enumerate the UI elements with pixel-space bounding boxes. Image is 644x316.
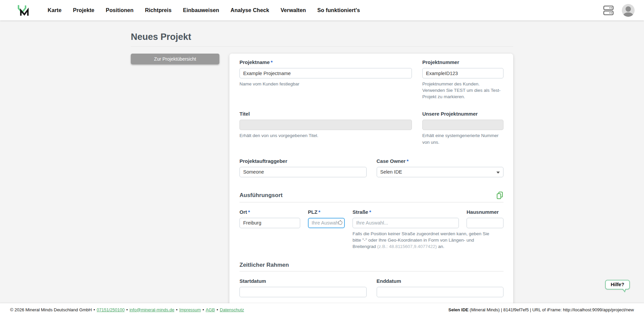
unsere-projektnummer-helper-text: Erhält eine systemgenerierte Nummer von …	[422, 132, 503, 145]
nav-item-positionen[interactable]: Positionen	[101, 4, 138, 17]
zur-projektuebersicht-button[interactable]: Zur Projektübersicht	[131, 54, 219, 64]
ausfuehrungsort-section-header: Ausführungsort	[239, 191, 503, 202]
startdatum-field-group: Startdatum	[239, 278, 367, 297]
enddatum-label: Enddatum	[377, 278, 504, 284]
projektnummer-label: Projektnummer	[422, 59, 503, 65]
hilfe-button[interactable]: Hilfe?	[605, 280, 630, 290]
case-owner-select[interactable]: Selen IDE	[377, 167, 504, 177]
server-status-icon[interactable]	[602, 5, 614, 16]
nav-item-karte[interactable]: Karte	[43, 4, 66, 17]
page-title: Neues Projekt	[131, 32, 513, 47]
titel-field-group: Titel Erhält den von uns vorgegebenen Ti…	[239, 111, 412, 145]
projektnummer-input[interactable]	[422, 68, 503, 78]
enddatum-field-group: Enddatum	[377, 278, 504, 297]
projektauftraggeber-input[interactable]	[239, 167, 367, 177]
copy-icon	[496, 191, 503, 199]
chevron-down-icon	[496, 172, 500, 174]
nav-item-so-funktionierts[interactable]: So funktioniert's	[313, 4, 364, 17]
ort-label: Ort*	[239, 209, 300, 215]
plz-label: PLZ*	[308, 209, 345, 215]
footer-link-email[interactable]: info@mineral-minds.de	[129, 307, 174, 312]
mineral-minds-logo-icon[interactable]	[16, 3, 31, 17]
plz-field-group: PLZ*	[308, 209, 345, 228]
case-owner-selected-value: Selen IDE	[380, 169, 402, 175]
nav-item-projekte[interactable]: Projekte	[68, 4, 99, 17]
avatar-person-icon	[626, 6, 631, 12]
titel-label: Titel	[239, 111, 412, 117]
required-asterisk: *	[318, 209, 320, 215]
unsere-projektnummer-label: Unsere Projektnummer	[422, 111, 503, 117]
required-asterisk: *	[369, 209, 371, 215]
case-owner-field-group: Case Owner* Selen IDE	[377, 158, 504, 177]
strasse-label: Straße*	[353, 209, 459, 215]
startdatum-label: Startdatum	[239, 278, 367, 284]
user-avatar[interactable]	[622, 4, 635, 17]
footer-bar: © 2026 Mineral Minds Deutschland GmbH • …	[0, 303, 644, 316]
titel-helper-text: Erhält den von uns vorgegebenen Titel.	[239, 132, 412, 139]
startdatum-input[interactable]	[239, 287, 367, 297]
plz-input-focused[interactable]	[308, 218, 345, 228]
enddatum-input[interactable]	[377, 287, 504, 297]
footer-link-phone[interactable]: 07151/250100	[97, 307, 124, 312]
projektname-helper-text: Name vom Kunden festlegbar	[239, 81, 412, 87]
ausfuehrungsort-section-title: Ausführungsort	[239, 192, 282, 199]
projektname-input[interactable]	[239, 68, 412, 78]
nav-item-einbauweisen[interactable]: Einbauweisen	[178, 4, 223, 17]
hausnummer-input[interactable]	[467, 218, 503, 228]
required-asterisk: *	[407, 158, 409, 164]
case-owner-label: Case Owner*	[377, 158, 504, 164]
footer-copyright: © 2026 Mineral Minds Deutschland GmbH	[10, 307, 92, 312]
footer-user-name: Selen IDE	[448, 307, 469, 312]
titel-input-disabled	[239, 120, 412, 130]
footer-link-agb[interactable]: AGB	[206, 307, 215, 312]
projektname-label: Projektname*	[239, 59, 412, 65]
zeitlicher-rahmen-section-header: Zeitlicher Rahmen	[239, 262, 503, 271]
projektnummer-field-group: Projektnummer Projektnummer des Kunden. …	[422, 59, 503, 100]
footer-link-datenschutz[interactable]: Datenschutz	[220, 307, 244, 312]
copy-address-button[interactable]	[496, 191, 503, 199]
main-nav: Karte Projekte Positionen Richtpreis Ein…	[43, 4, 364, 17]
projektname-field-group: Projektname* Name vom Kunden festlegbar	[239, 59, 412, 100]
unsere-projektnummer-field-group: Unsere Projektnummer Erhält eine systemg…	[422, 111, 503, 145]
zeitlicher-rahmen-section-title: Zeitlicher Rahmen	[239, 262, 289, 268]
ort-input[interactable]	[239, 218, 300, 228]
top-navigation-bar: Karte Projekte Positionen Richtpreis Ein…	[0, 0, 644, 20]
unsere-projektnummer-input-disabled	[422, 120, 503, 130]
ort-field-group: Ort*	[239, 209, 300, 228]
hausnummer-field-group: Hausnummer	[467, 209, 503, 228]
footer-link-impressum[interactable]: Impressum	[179, 307, 201, 312]
required-asterisk: *	[248, 209, 250, 215]
nav-item-analyse-check[interactable]: Analyse Check	[226, 4, 273, 17]
strasse-field-group: Straße*	[353, 209, 459, 228]
projektauftraggeber-field-group: Projektauftraggeber	[239, 158, 367, 177]
footer-session-details: (Mineral Minds) | 8141f9ef7ef5 | URL of …	[469, 307, 634, 312]
strasse-input[interactable]	[353, 218, 459, 228]
footer-session-info: Selen IDE (Mineral Minds) | 8141f9ef7ef5…	[448, 307, 634, 312]
projektnummer-helper-text: Projektnummer des Kunden. Verwenden Sie …	[422, 81, 503, 100]
new-project-form-card: Projektname* Name vom Kunden festlegbar …	[229, 54, 513, 303]
strasse-helper-text: Falls die Position keiner Straße zugeord…	[353, 231, 493, 250]
hausnummer-label: Hausnummer	[467, 209, 503, 215]
footer-left: © 2026 Mineral Minds Deutschland GmbH • …	[10, 307, 244, 312]
main-content: Neues Projekt Zur Projektübersicht Proje…	[0, 20, 644, 303]
required-asterisk: *	[271, 59, 273, 65]
nav-item-richtpreis[interactable]: Richtpreis	[141, 4, 176, 17]
projektauftraggeber-label: Projektauftraggeber	[239, 158, 367, 164]
nav-item-verwalten[interactable]: Verwalten	[276, 4, 310, 17]
